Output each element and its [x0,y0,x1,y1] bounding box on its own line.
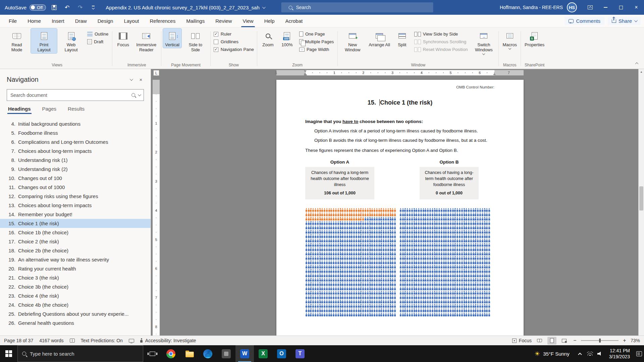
switch-windows-button[interactable]: Switch Windows [471,28,497,55]
nav-search-input[interactable] [10,93,129,98]
nav-heading-item[interactable]: 4.Initial background questions [0,119,151,128]
redo-button[interactable]: ↷ [75,2,85,12]
comments-button[interactable]: Comments [565,17,604,25]
nav-heading-item[interactable]: 19.An alternative way to rate illness se… [0,255,151,264]
excel-icon[interactable]: X [254,345,272,362]
page-width-button[interactable]: Page Width [297,46,336,53]
hidden-icons-button[interactable] [575,347,585,361]
ribbon-tab-acrobat[interactable]: Acrobat [280,15,308,27]
collapse-ribbon-button[interactable] [633,61,640,66]
ribbon-tab-mailings[interactable]: Mailings [181,15,210,27]
ribbon-tab-file[interactable]: File [3,15,22,27]
gridlines-checkbox[interactable]: Gridlines [212,39,255,45]
nav-heading-item[interactable]: 14.Remember your budget! [0,210,151,219]
nav-search-box[interactable] [7,89,144,101]
user-name[interactable]: Hoffmann, Sandra - REE-ERS [500,5,563,10]
nav-close-button[interactable]: × [136,74,146,84]
zoom-out-button[interactable]: − [572,338,578,344]
ribbon-tab-view[interactable]: View [237,15,259,27]
ribbon-tab-layout[interactable]: Layout [118,15,144,27]
zoom-in-button[interactable]: + [622,338,627,344]
accessibility-status[interactable]: Accessibility: Investigate [140,338,196,343]
properties-button[interactable]: Properties [523,28,546,48]
word-count[interactable]: 4167 words [39,338,63,343]
left-indent-marker[interactable] [304,72,307,75]
file-explorer-icon[interactable] [180,345,199,362]
reset-window-position-button[interactable]: Reset Window Position [412,46,470,53]
clock[interactable]: 12:41 PM 3/19/2023 [605,348,634,360]
zoom-button[interactable]: Zoom [259,28,277,48]
horizontal-ruler[interactable]: 11234567 [162,69,638,76]
nav-heading-item[interactable]: 9.Understanding risk (2) [0,165,151,174]
text-predictions-status[interactable]: Text Predictions: On [81,338,123,343]
chrome-icon[interactable] [162,345,180,362]
edge-icon[interactable] [199,345,217,362]
view-side-by-side-button[interactable]: View Side by Side [412,31,470,37]
start-button[interactable] [0,345,17,362]
read-mode-button[interactable]: Read Mode [4,28,30,53]
focus-button[interactable]: Focus [114,28,132,48]
nav-heading-item[interactable]: 22.Choice 3b (the choice) [0,282,151,291]
read-mode-view-button[interactable] [535,337,544,345]
weather-widget[interactable]: ☀ 35°F Sunny [529,351,575,357]
nav-heading-item[interactable]: 24.Choice 4b (the choice) [0,300,151,309]
side-to-side-button[interactable]: Side to Side [182,28,209,53]
display-settings-button[interactable] [129,339,134,343]
save-button[interactable] [49,2,59,12]
zoom-100-button[interactable]: 100 100% [278,28,296,48]
nav-heading-item[interactable]: 13.Choices about long-term impacts [0,201,151,210]
network-button[interactable] [585,347,595,361]
nav-heading-item[interactable]: 7.Choices about long-term impacts [0,146,151,156]
ribbon-tab-references[interactable]: References [144,15,181,27]
ribbon-tab-home[interactable]: Home [22,15,46,27]
macros-button[interactable]: Macros [500,28,519,50]
customize-quick-access-button[interactable] [88,2,98,12]
nav-heading-item[interactable]: 8.Understanding risk (1) [0,156,151,165]
ribbon-tab-draw[interactable]: Draw [70,15,92,27]
nav-heading-item[interactable]: 15.Choice 1 (the risk) [0,219,151,228]
undo-button[interactable]: ↶ [62,2,72,12]
autosave-toggle[interactable]: Off [30,4,46,11]
scroll-up-icon[interactable]: ▲ [639,69,644,74]
app-icon[interactable] [217,345,235,362]
focus-mode-button[interactable]: Focus [512,338,532,343]
ribbon-display-options-button[interactable] [582,0,598,15]
synchronous-scrolling-button[interactable]: Synchronous Scrolling [412,39,470,45]
nav-heading-item[interactable]: 21.Choice 3 (the risk) [0,273,151,282]
zoom-thumb[interactable] [599,339,601,343]
task-view-button[interactable] [143,345,162,362]
web-layout-view-button[interactable] [560,337,569,345]
vertical-scrollbar[interactable]: ▲ [638,69,644,336]
split-button[interactable]: Split [393,28,411,48]
taskbar-search-box[interactable]: Type here to search [17,345,143,362]
ribbon-tab-insert[interactable]: Insert [46,15,70,27]
nav-heading-item[interactable]: 10.Changes out of 100 [0,174,151,183]
notifications-button[interactable] [634,347,644,361]
multiple-pages-button[interactable]: Multiple Pages [297,39,336,45]
new-window-button[interactable]: New Window [339,28,366,53]
nav-heading-item[interactable]: 12.Comparing risks using these figures [0,192,151,201]
document-page[interactable]: OMB Control Number: 15.Choice 1 (the ris… [276,80,524,336]
right-indent-marker[interactable] [493,73,496,75]
nav-options-button[interactable] [126,74,136,84]
nav-heading-item[interactable]: 25.Debriefing Questions about your surve… [0,309,151,318]
close-button[interactable]: × [629,0,644,15]
avatar[interactable]: HS [567,2,577,12]
teams-icon[interactable]: T [291,345,309,362]
word-icon[interactable]: W [235,345,254,362]
nav-heading-item[interactable]: 11.Changes out of 1000 [0,183,151,192]
vertical-button[interactable]: Vertical [163,28,181,48]
scrollbar-thumb[interactable] [639,186,643,210]
zoom-slider[interactable] [581,338,619,344]
page-indicator[interactable]: Page 18 of 37 [4,338,33,343]
navigation-pane-checkbox[interactable]: ✓ Navigation Pane [212,46,255,53]
titlebar-search-box[interactable]: Search [281,2,433,12]
outline-button[interactable]: Outline [85,31,110,37]
document-title[interactable]: Appendix 2. US Adult chronic survey_2_17… [106,5,265,10]
nav-tab-results[interactable]: Results [67,104,85,114]
ruler-checkbox[interactable]: ✓ Ruler [212,31,255,37]
one-page-button[interactable]: One Page [297,31,336,37]
volume-button[interactable] [595,347,605,361]
vertical-ruler[interactable]: 12345678 [151,76,162,336]
nav-heading-item[interactable]: 18.Choice 2b (the choice) [0,246,151,255]
